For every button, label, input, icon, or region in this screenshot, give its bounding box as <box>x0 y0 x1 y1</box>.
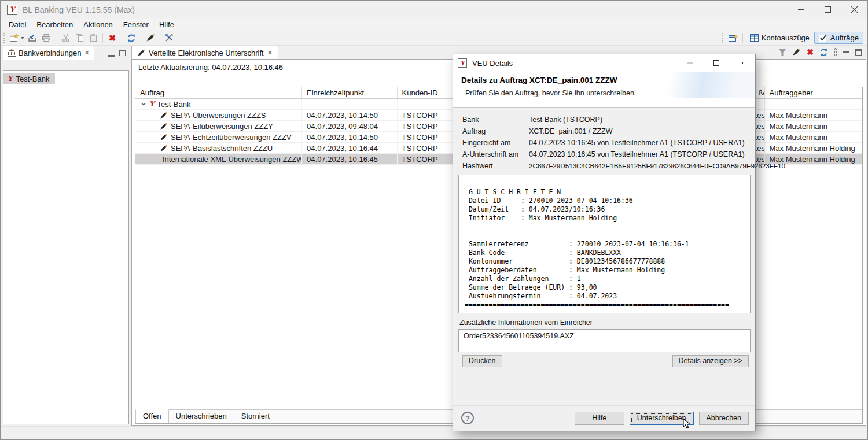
field-value: 04.07.2023 10:16:45 von Testteilnehmer A… <box>529 139 745 147</box>
abbrechen-button[interactable]: Abbrechen <box>699 412 749 425</box>
main-toolbar: ✖ Kontoauszüge Aufträge <box>1 31 867 46</box>
cell-kunden-id: TSTCORP <box>398 110 454 120</box>
dialog-titlebar: Y VEU Details <box>453 54 755 72</box>
drucken-button[interactable]: Drucken <box>462 355 502 367</box>
cell-kunden-id: TSTCORP <box>398 154 454 164</box>
dialog-header: Details zu Auftrag XCT:DE_pain.001 ZZZW … <box>453 72 755 108</box>
close-button[interactable] <box>841 1 867 19</box>
col-kunden-id[interactable]: Kunden-ID <box>398 87 454 98</box>
new-button[interactable] <box>8 32 25 45</box>
group-label: Test-Bank <box>157 100 191 109</box>
additional-info-field[interactable]: Order5233645601105394519.AXZ <box>458 329 751 352</box>
minimize-button[interactable] <box>788 1 814 19</box>
pen-icon <box>160 112 168 119</box>
app-window: Y BL Banking VEU 1.15.55 (Max) Datei Bea… <box>0 0 868 440</box>
cell-auftrag: SEPA-Basislastschriften ZZZU <box>171 144 273 153</box>
refresh-button[interactable] <box>124 32 138 45</box>
menu-bearbeiten[interactable]: Bearbeiten <box>31 19 78 30</box>
tools-button[interactable] <box>163 32 176 45</box>
order-text-panel[interactable]: ========================================… <box>458 175 751 313</box>
delete-icon[interactable]: ✖ <box>807 47 814 57</box>
cell-auftrag: SEPA-Echtzeitüberweisungen ZZZV <box>171 133 292 142</box>
pen-icon <box>160 145 168 152</box>
dialog-heading: Details zu Auftrag XCT:DE_pain.001 ZZZW <box>461 76 617 84</box>
open-perspective-button[interactable] <box>726 32 740 45</box>
tree-item-label: Test-Bank <box>16 75 50 83</box>
view-menu-icon[interactable] <box>834 48 837 56</box>
cell-kunden-id: TSTCORP <box>398 121 454 131</box>
help-icon[interactable]: ? <box>461 412 474 424</box>
dialog-fields: BankTest-Bank (TSTCORP) AuftragXCT:DE_pa… <box>462 114 749 172</box>
dialog-close-button[interactable] <box>729 54 755 72</box>
tree-item-test-bank[interactable]: Y Test-Bank <box>3 73 55 84</box>
paste-button[interactable] <box>86 32 100 45</box>
sign-icon[interactable] <box>792 48 801 56</box>
details-anzeigen-button[interactable]: Details anzeigen >> <box>672 355 749 367</box>
bank-icon <box>8 49 16 57</box>
field-value: 04.07.2023 10:16:45 von Testteilnehmer A… <box>529 150 745 158</box>
dialog-maximize-button[interactable] <box>703 54 729 72</box>
cell-einreichzeitpunkt: 04.07.2023, 10:14:50 <box>302 132 398 142</box>
tab-offen[interactable]: Offen <box>135 409 169 423</box>
table-icon <box>750 34 759 42</box>
cell-einreichzeitpunkt: 04.07.2023, 10:16:44 <box>302 143 398 153</box>
cell-auftraggeber: Max Mustermann <box>765 132 862 142</box>
view-maximize-icon[interactable] <box>119 50 126 56</box>
titlebar: Y BL Banking VEU 1.15.55 (Max) <box>1 1 867 19</box>
new-dropdown-caret[interactable] <box>21 37 24 39</box>
veu-details-dialog: Y VEU Details Details zu Auftrag XCT:DE_… <box>453 54 756 431</box>
print-button[interactable] <box>39 32 53 45</box>
menu-hilfe[interactable]: Hilfe <box>154 19 179 30</box>
col-einreichzeitpunkt[interactable]: Einreichzeitpunkt <box>302 87 397 98</box>
perspective-auftraege[interactable]: Aufträge <box>814 32 863 44</box>
field-label: A-Unterschrift am <box>462 150 529 158</box>
app-logo-icon: Y <box>458 58 467 68</box>
import-button[interactable] <box>25 32 39 45</box>
cut-button[interactable] <box>58 32 72 45</box>
perspective-kontoauszuege-label: Kontoauszüge <box>762 34 810 42</box>
tab-unterschrieben[interactable]: Unterschrieben <box>169 410 234 423</box>
tab-veu[interactable]: Verteilte Elektronische Unterschrift ✕ <box>131 46 278 59</box>
sign-button[interactable] <box>144 32 157 45</box>
toolbar-grip <box>3 33 6 43</box>
close-icon[interactable]: ✕ <box>84 49 89 57</box>
tab-storniert[interactable]: Storniert <box>234 410 277 423</box>
col-auftraggeber[interactable]: Auftraggeber <box>765 87 862 98</box>
tab-bankverbindungen-label: Bankverbindungen <box>19 49 81 57</box>
maximize-button[interactable] <box>814 1 841 19</box>
view-maximize-icon[interactable] <box>855 49 862 56</box>
field-label: Eingereicht am <box>462 139 529 147</box>
pen-icon <box>137 49 145 57</box>
view-minimize-icon[interactable] <box>108 55 115 57</box>
additional-info-label: Zusätzliche Informationen vom Einreicher <box>459 319 593 327</box>
field-value: Test-Bank (TSTCORP) <box>529 116 602 124</box>
col-auftrag[interactable]: Auftrag <box>135 87 302 98</box>
hilfe-button[interactable]: Hilfe <box>575 412 624 425</box>
field-label: Bank <box>462 116 529 124</box>
filter-icon[interactable] <box>778 49 786 56</box>
cell-einreichzeitpunkt: 04.07.2023, 10:16:45 <box>302 154 398 164</box>
cell-kunden-id: TSTCORP <box>398 143 454 153</box>
checkbox-icon <box>819 34 827 42</box>
chevron-down-icon[interactable] <box>141 101 146 107</box>
bank-logo-icon: Y <box>149 100 155 108</box>
refresh-icon[interactable] <box>819 48 828 57</box>
menu-aktionen[interactable]: Aktionen <box>78 19 118 30</box>
bank-tree: Y Test-Bank <box>3 70 129 424</box>
cell-auftraggeber: Max Mustermann Holding <box>765 143 862 153</box>
dialog-minimize-button[interactable] <box>677 54 703 72</box>
cell-kunden-id: TSTCORP <box>398 132 454 142</box>
close-icon[interactable]: ✕ <box>267 49 273 57</box>
mouse-cursor <box>683 418 691 430</box>
cell-einreichzeitpunkt: 04.07.2023, 10:14:50 <box>302 110 398 120</box>
tab-bankverbindungen[interactable]: Bankverbindungen ✕ <box>3 46 94 60</box>
tab-veu-label: Verteilte Elektronische Unterschrift <box>149 49 264 57</box>
field-label: Auftrag <box>462 127 529 135</box>
delete-button[interactable]: ✖ <box>105 32 119 45</box>
dialog-title: VEU Details <box>472 59 513 68</box>
menu-fenster[interactable]: Fenster <box>118 19 154 30</box>
perspective-kontoauszuege[interactable]: Kontoauszüge <box>745 32 814 44</box>
view-minimize-icon[interactable] <box>843 51 849 53</box>
copy-button[interactable] <box>72 32 86 45</box>
menu-datei[interactable]: Datei <box>3 19 31 30</box>
